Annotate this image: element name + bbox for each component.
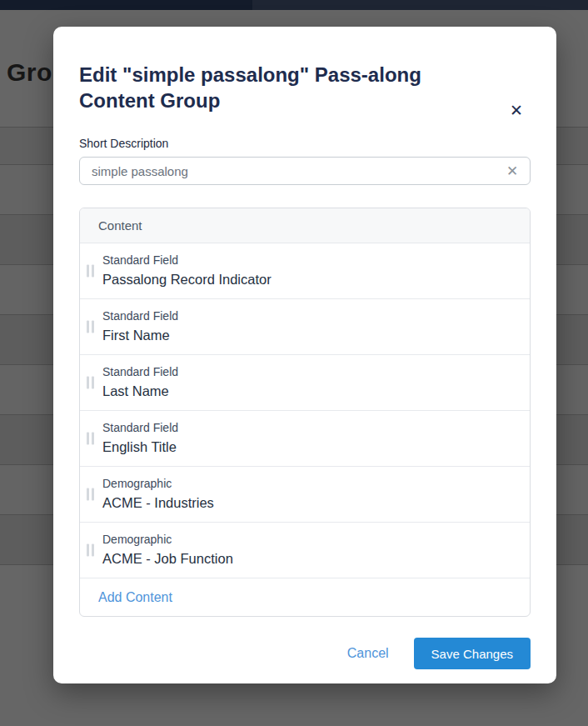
drag-handle-icon[interactable] bbox=[87, 433, 94, 445]
content-panel-header: Content bbox=[80, 208, 530, 243]
short-description-label: Short Description bbox=[79, 137, 531, 150]
close-icon[interactable]: ✕ bbox=[505, 98, 528, 122]
content-item-name: ACME - Industries bbox=[102, 493, 516, 513]
drag-handle-icon[interactable] bbox=[87, 377, 94, 389]
top-navigation-bar-left bbox=[0, 0, 252, 10]
cancel-button[interactable]: Cancel bbox=[347, 646, 389, 661]
content-list: Standard Field Passalong Record Indicato… bbox=[80, 243, 530, 578]
content-list-item[interactable]: Standard Field First Name bbox=[80, 299, 530, 355]
drag-handle-icon[interactable] bbox=[87, 265, 94, 278]
content-list-item[interactable]: Standard Field English Title bbox=[80, 411, 530, 467]
content-item-type: Standard Field bbox=[102, 308, 516, 324]
drag-handle-icon[interactable] bbox=[87, 488, 94, 501]
content-item-type: Demographic bbox=[102, 476, 516, 492]
drag-handle-icon[interactable] bbox=[87, 544, 94, 557]
top-navigation-bar-right bbox=[252, 0, 588, 10]
add-content-row: Add Content bbox=[80, 578, 530, 616]
content-list-item[interactable]: Standard Field Last Name bbox=[80, 355, 530, 411]
content-item-name: Passalong Record Indicator bbox=[102, 270, 516, 289]
edit-content-group-dialog: ✕ Edit "simple passalong" Pass-along Con… bbox=[53, 27, 556, 683]
content-item-text: Standard Field First Name bbox=[102, 308, 516, 345]
short-description-input[interactable] bbox=[79, 157, 531, 185]
clear-input-icon[interactable]: ✕ bbox=[502, 161, 522, 181]
content-item-text: Standard Field Last Name bbox=[102, 364, 516, 401]
content-item-name: Last Name bbox=[102, 382, 516, 401]
content-panel: Content Standard Field Passalong Record … bbox=[79, 208, 531, 617]
dialog-footer: Cancel Save Changes bbox=[79, 638, 531, 669]
content-list-item[interactable]: Demographic ACME - Job Function bbox=[80, 523, 530, 578]
content-item-name: First Name bbox=[102, 326, 516, 345]
content-item-text: Standard Field English Title bbox=[102, 420, 516, 457]
content-list-item[interactable]: Standard Field Passalong Record Indicato… bbox=[80, 243, 530, 299]
content-item-type: Standard Field bbox=[102, 364, 516, 380]
short-description-input-wrap: ✕ bbox=[79, 157, 531, 185]
content-item-text: Demographic ACME - Industries bbox=[102, 476, 516, 513]
save-changes-button[interactable]: Save Changes bbox=[414, 638, 531, 669]
content-item-type: Standard Field bbox=[102, 420, 516, 436]
content-item-text: Demographic ACME - Job Function bbox=[102, 532, 516, 568]
content-item-text: Standard Field Passalong Record Indicato… bbox=[102, 253, 516, 289]
drag-handle-icon[interactable] bbox=[87, 321, 94, 333]
dialog-title: Edit "simple passalong" Pass-along Conte… bbox=[79, 27, 479, 113]
top-navigation-bar bbox=[0, 0, 588, 10]
content-item-name: English Title bbox=[102, 438, 516, 457]
content-item-name: ACME - Job Function bbox=[102, 549, 516, 568]
content-item-type: Standard Field bbox=[102, 253, 516, 268]
content-item-type: Demographic bbox=[102, 532, 516, 548]
add-content-button[interactable]: Add Content bbox=[98, 590, 172, 605]
content-list-item[interactable]: Demographic ACME - Industries bbox=[80, 467, 530, 523]
